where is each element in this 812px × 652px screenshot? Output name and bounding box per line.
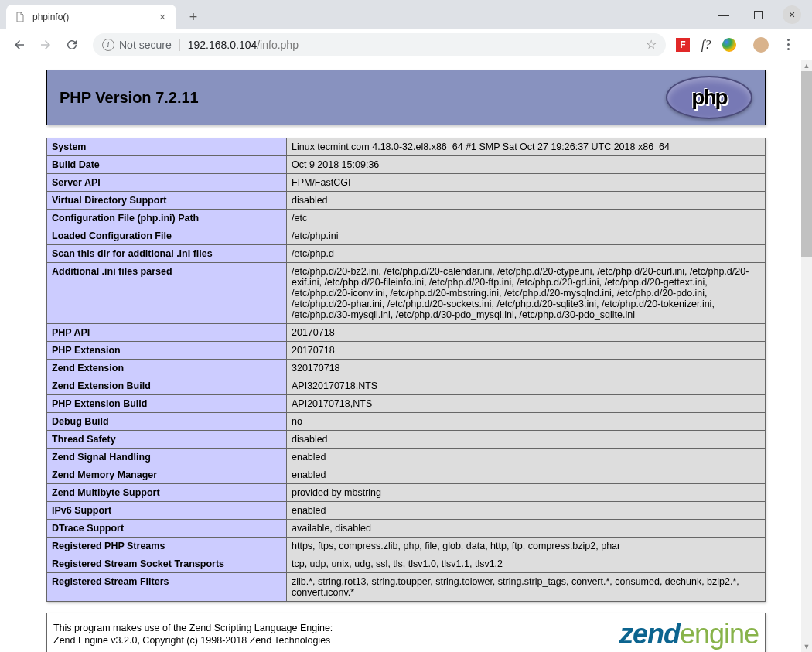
divider (745, 36, 745, 53)
info-value: API320170718,NTS (287, 377, 766, 395)
scroll-thumb[interactable] (801, 71, 812, 257)
address-bar-row: i Not secure 192.168.0.104/info.php ☆ F … (0, 29, 812, 60)
table-row: PHP Extension BuildAPI20170718,NTS (47, 395, 766, 413)
tabs-row: phpinfo() × + — × (0, 0, 812, 29)
info-key: Zend Multibyte Support (47, 484, 287, 502)
viewport: PHP Version 7.2.11 php SystemLinux tecmi… (0, 60, 812, 652)
scrollbar[interactable]: ▲ ▼ (801, 60, 812, 652)
zend-logo-part1: zend (619, 618, 680, 650)
info-key: Thread Safety (47, 431, 287, 449)
info-key: Registered Stream Filters (47, 573, 287, 602)
table-row: Loaded Configuration File/etc/php.ini (47, 227, 766, 245)
table-row: SystemLinux tecmint.com 4.18.0-32.el8.x8… (47, 138, 766, 156)
browser-chrome: phpinfo() × + — × i Not secure 19 (0, 0, 812, 60)
table-row: Build DateOct 9 2018 15:09:36 (47, 156, 766, 174)
php-version-title: PHP Version 7.2.11 (60, 89, 666, 107)
info-key: Zend Extension Build (47, 377, 287, 395)
scroll-down-icon[interactable]: ▼ (801, 641, 812, 652)
info-key: System (47, 138, 287, 156)
info-key: Zend Signal Handling (47, 449, 287, 466)
scroll-up-icon[interactable]: ▲ (801, 60, 812, 71)
flipboard-icon[interactable]: F (675, 37, 691, 53)
svg-rect-0 (754, 11, 762, 19)
zend-logo-part2: engine (680, 618, 759, 650)
info-value: /etc/php.d (287, 245, 766, 263)
menu-button[interactable] (776, 39, 800, 50)
info-key: Zend Memory Manager (47, 466, 287, 484)
table-row: PHP Extension20170718 (47, 342, 766, 360)
url-path: /info.php (257, 39, 299, 51)
extensions-row: F f? (675, 36, 804, 53)
table-row: Scan this dir for additional .ini files/… (47, 245, 766, 263)
table-row: Registered Stream Filterszlib.*, string.… (47, 573, 766, 602)
info-key: Virtual Directory Support (47, 192, 287, 210)
table-row: Zend Memory Managerenabled (47, 466, 766, 484)
phpinfo-table: SystemLinux tecmint.com 4.18.0-32.el8.x8… (46, 138, 766, 602)
info-value: enabled (287, 449, 766, 466)
info-value: enabled (287, 466, 766, 484)
reload-button[interactable] (60, 33, 84, 56)
info-key: Scan this dir for additional .ini files (47, 245, 287, 263)
info-value: enabled (287, 502, 766, 520)
profile-avatar[interactable] (753, 37, 769, 53)
info-value: available, disabled (287, 520, 766, 538)
table-row: Zend Multibyte Supportprovided by mbstri… (47, 484, 766, 502)
bookmark-icon[interactable]: ☆ (646, 37, 657, 52)
info-key: DTrace Support (47, 520, 287, 538)
info-value: disabled (287, 192, 766, 210)
info-value: 320170718 (287, 360, 766, 377)
table-row: DTrace Supportavailable, disabled (47, 520, 766, 538)
info-key: Additional .ini files parsed (47, 263, 287, 324)
url-host: 192.168.0.104 (188, 39, 258, 51)
info-value: 20170718 (287, 342, 766, 360)
info-value: FPM/FastCGI (287, 174, 766, 192)
maximize-button[interactable] (741, 3, 775, 26)
info-key: IPv6 Support (47, 502, 287, 520)
info-key: Debug Build (47, 413, 287, 431)
info-value: tcp, udp, unix, udg, ssl, tls, tlsv1.0, … (287, 555, 766, 573)
table-row: Registered Stream Socket Transportstcp, … (47, 555, 766, 573)
window-controls: — × (707, 3, 809, 26)
chrome-extension-icon[interactable] (722, 37, 737, 53)
table-row: Configuration File (php.ini) Path/etc (47, 210, 766, 227)
table-row: Thread Safetydisabled (47, 431, 766, 449)
info-value: /etc/php.ini (287, 227, 766, 245)
table-row: Additional .ini files parsed/etc/php.d/2… (47, 263, 766, 324)
php-logo: php (666, 76, 752, 119)
url-text: 192.168.0.104/info.php (188, 39, 299, 51)
info-value: /etc/php.d/20-bz2.ini, /etc/php.d/20-cal… (287, 263, 766, 324)
info-key: Build Date (47, 156, 287, 174)
table-row: Registered PHP Streamshttps, ftps, compr… (47, 538, 766, 555)
info-value: Oct 9 2018 15:09:36 (287, 156, 766, 174)
table-row: Zend Extension320170718 (47, 360, 766, 377)
info-key: Registered Stream Socket Transports (47, 555, 287, 573)
table-row: Zend Signal Handlingenabled (47, 449, 766, 466)
info-key: Server API (47, 174, 287, 192)
not-secure-label: Not secure (119, 39, 172, 51)
info-key: Loaded Configuration File (47, 227, 287, 245)
new-tab-button[interactable]: + (183, 6, 204, 28)
close-icon[interactable]: × (156, 11, 169, 23)
info-value: disabled (287, 431, 766, 449)
info-icon: i (102, 39, 114, 51)
address-bar[interactable]: i Not secure 192.168.0.104/info.php ☆ (93, 33, 666, 56)
minimize-button[interactable]: — (707, 3, 741, 26)
phpinfo-container: PHP Version 7.2.11 php SystemLinux tecmi… (46, 70, 766, 652)
extension-icon[interactable]: f? (698, 37, 714, 53)
info-value: /etc (287, 210, 766, 227)
info-value: provided by mbstring (287, 484, 766, 502)
browser-tab[interactable]: phpinfo() × (6, 5, 176, 29)
zend-text: This program makes use of the Zend Scrip… (53, 622, 333, 647)
info-key: PHP API (47, 324, 287, 342)
table-row: Virtual Directory Supportdisabled (47, 192, 766, 210)
back-button[interactable] (8, 33, 31, 56)
info-key: Zend Extension (47, 360, 287, 377)
page-content[interactable]: PHP Version 7.2.11 php SystemLinux tecmi… (0, 60, 812, 652)
site-info[interactable]: i Not secure (102, 39, 180, 51)
info-key: PHP Extension Build (47, 395, 287, 413)
close-button[interactable]: × (775, 3, 809, 26)
zend-box: This program makes use of the Zend Scrip… (46, 613, 766, 652)
info-value: no (287, 413, 766, 431)
forward-button[interactable] (34, 33, 57, 56)
info-key: Configuration File (php.ini) Path (47, 210, 287, 227)
